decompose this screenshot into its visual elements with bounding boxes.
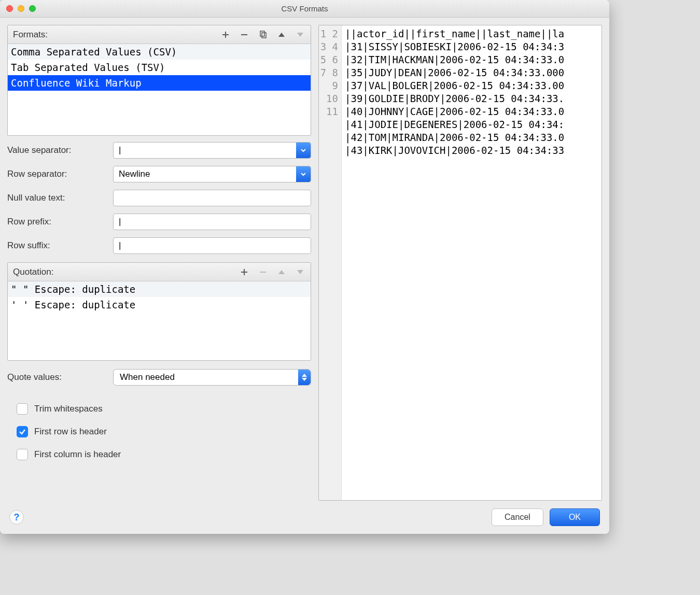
close-window-button[interactable]: [6, 5, 13, 12]
add-format-button[interactable]: [220, 30, 231, 40]
triangle-down-icon: [297, 31, 304, 38]
formats-label: Formats:: [13, 30, 48, 40]
row-separator-row: Row separator: Newline: [7, 165, 311, 183]
right-column: 1 2 3 4 5 6 7 8 9 10 11 ||actor_id||firs…: [318, 25, 602, 501]
plus-icon: [221, 31, 230, 39]
formats-list[interactable]: Comma Separated Values (CSV)Tab Separate…: [8, 44, 311, 91]
row-prefix-input[interactable]: [113, 214, 311, 230]
row-prefix-row: Row prefix:: [7, 212, 311, 231]
quotation-label: Quotation:: [13, 267, 53, 277]
move-quotation-up-button[interactable]: [276, 267, 287, 277]
trim-whitespace-label: Trim whitespaces: [34, 404, 103, 414]
quote-values-select[interactable]: When needed: [113, 369, 311, 386]
trim-whitespace-row: Trim whitespaces: [7, 400, 311, 418]
quote-values-label: Quote values:: [7, 372, 106, 382]
trim-whitespace-checkbox[interactable]: [17, 403, 28, 415]
updown-arrows-icon: [298, 370, 311, 385]
quotation-header: Quotation:: [8, 263, 311, 281]
triangle-up-icon: [278, 31, 285, 38]
quotation-list[interactable]: " " Escape: duplicate' ' Escape: duplica…: [8, 281, 311, 313]
format-list-item[interactable]: Confluence Wiki Markup: [8, 75, 311, 91]
first-col-header-checkbox[interactable]: [17, 449, 28, 460]
row-separator-value: Newline: [119, 169, 150, 179]
button-row: Cancel OK: [492, 508, 600, 526]
move-quotation-down-button[interactable]: [295, 267, 305, 277]
svg-rect-2: [262, 33, 266, 38]
preview-code[interactable]: ||actor_id||first_name||last_name||la |3…: [342, 25, 601, 500]
row-suffix-label: Row suffix:: [7, 240, 106, 251]
titlebar: CSV Formats: [0, 0, 609, 18]
first-row-header-row: First row is header: [7, 423, 311, 441]
formats-panel: Formats:: [7, 25, 311, 136]
null-value-input[interactable]: [113, 190, 311, 206]
svg-rect-1: [260, 31, 264, 36]
chevron-down-icon: [296, 166, 311, 182]
dialog-footer: ? Cancel OK: [0, 501, 609, 534]
chevron-down-icon: [296, 143, 311, 158]
copy-icon: [259, 31, 267, 39]
copy-format-button[interactable]: [258, 30, 268, 40]
left-column: Formats:: [7, 25, 311, 501]
cancel-button[interactable]: Cancel: [492, 508, 543, 526]
null-value-row: Null value text:: [7, 189, 311, 207]
row-separator-label: Row separator:: [7, 169, 106, 179]
remove-format-button[interactable]: [239, 30, 249, 40]
quote-values-value: When needed: [120, 372, 175, 382]
value-separator-row: Value separator: |: [7, 141, 311, 160]
row-suffix-input[interactable]: [113, 237, 311, 254]
help-button[interactable]: ?: [9, 510, 24, 525]
minus-icon: [240, 31, 248, 39]
preview-panel: 1 2 3 4 5 6 7 8 9 10 11 ||actor_id||firs…: [318, 25, 602, 501]
plus-icon: [240, 268, 248, 276]
first-col-header-label: First column is header: [34, 449, 121, 460]
zoom-window-button[interactable]: [29, 5, 36, 12]
checkmark-icon: [19, 428, 26, 435]
row-suffix-row: Row suffix:: [7, 236, 311, 255]
preview-gutter: 1 2 3 4 5 6 7 8 9 10 11: [319, 25, 342, 500]
dialog-window: CSV Formats Formats:: [0, 0, 609, 534]
first-row-header-checkbox[interactable]: [17, 426, 28, 437]
quotation-toolbar: [239, 267, 305, 277]
first-row-header-label: First row is header: [34, 427, 107, 437]
quotation-panel: Quotation:: [7, 262, 311, 361]
add-quotation-button[interactable]: [239, 267, 249, 277]
formats-header: Formats:: [8, 25, 311, 44]
ok-button[interactable]: OK: [550, 508, 600, 526]
format-list-item[interactable]: Comma Separated Values (CSV): [8, 44, 311, 60]
format-list-item[interactable]: Tab Separated Values (TSV): [8, 60, 311, 75]
minimize-window-button[interactable]: [18, 5, 24, 12]
traffic-lights: [0, 5, 36, 12]
quotation-list-item[interactable]: ' ' Escape: duplicate: [8, 297, 311, 313]
row-prefix-label: Row prefix:: [7, 217, 106, 227]
window-title: CSV Formats: [0, 4, 609, 13]
null-value-label: Null value text:: [7, 193, 106, 203]
dialog-body: Formats:: [0, 18, 609, 501]
triangle-up-icon: [278, 268, 285, 276]
move-down-button[interactable]: [295, 30, 305, 40]
minus-icon: [259, 268, 267, 276]
first-col-header-row: First column is header: [7, 446, 311, 463]
value-separator-label: Value separator:: [7, 145, 106, 155]
quote-values-row: Quote values: When needed: [7, 368, 311, 387]
formats-toolbar: [220, 30, 305, 40]
move-up-button[interactable]: [276, 30, 287, 40]
svg-rect-0: [241, 34, 247, 35]
svg-rect-3: [260, 272, 266, 273]
triangle-down-icon: [297, 268, 304, 276]
quotation-list-item[interactable]: " " Escape: duplicate: [8, 281, 311, 297]
row-separator-combo[interactable]: Newline: [113, 166, 311, 182]
value-separator-value: |: [119, 145, 121, 155]
value-separator-combo[interactable]: |: [113, 142, 311, 159]
remove-quotation-button[interactable]: [258, 267, 268, 277]
